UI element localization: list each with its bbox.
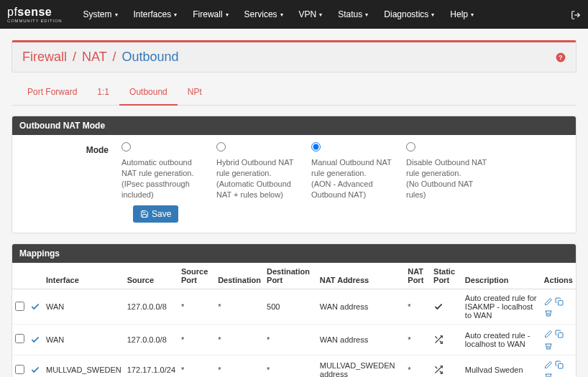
cell-nat-address: WAN address (317, 325, 405, 355)
nav-diagnostics[interactable]: Diagnostics▾ (376, 0, 442, 29)
col-header: Interface (43, 263, 124, 289)
cell-nat-address: MULLVAD_SWEDEN address (317, 355, 405, 377)
cell-source: 127.0.0.0/8 (124, 289, 178, 325)
page-header: Firewall / NAT / Outbound ? (12, 40, 576, 73)
caret-icon: ▾ (174, 11, 177, 18)
mode-options: Automatic outbound NAT rule generation. … (121, 142, 564, 200)
cell-static-port (431, 289, 462, 325)
caret-icon: ▾ (319, 11, 322, 18)
mappings-table: InterfaceSourceSource PortDestinationDes… (12, 263, 576, 377)
cell-dest-port: 500 (264, 289, 317, 325)
table-row: WAN127.0.0.0/8***WAN address*Auto create… (12, 325, 576, 355)
svg-rect-3 (558, 300, 563, 305)
help-icon[interactable]: ? (556, 52, 566, 62)
nav-firewall[interactable]: Firewall▾ (185, 0, 236, 29)
outbound-nat-mode-panel: Outbound NAT Mode Mode Automatic outboun… (12, 116, 576, 233)
mode-option-2: Manual Outbound NAT rule generation. (AO… (311, 142, 406, 200)
save-mode-button[interactable]: Save (133, 205, 178, 223)
row-select[interactable] (15, 302, 24, 311)
cell-dest-port: * (264, 325, 317, 355)
col-header: Source (124, 263, 178, 289)
col-header: NAT Address (317, 263, 405, 289)
nav-status[interactable]: Status▾ (330, 0, 376, 29)
breadcrumb: Firewall / NAT / Outbound (22, 50, 179, 65)
mode-radio-2[interactable] (311, 142, 321, 152)
edit-icon[interactable] (544, 360, 553, 369)
col-header (27, 263, 43, 289)
nav-vpn[interactable]: VPN▾ (291, 0, 331, 29)
nav-interfaces[interactable]: Interfaces▾ (126, 0, 185, 29)
edit-icon[interactable] (544, 297, 553, 306)
svg-rect-5 (558, 363, 563, 368)
cell-nat-port: * (405, 289, 431, 325)
rule-enabled-icon[interactable] (30, 302, 40, 310)
col-header: NAT Port (405, 263, 431, 289)
caret-icon: ▾ (115, 11, 118, 18)
cell-description: Auto created rule for ISAKMP - localhost… (462, 289, 541, 325)
breadcrumb-nat[interactable]: NAT (82, 50, 106, 64)
nav-services[interactable]: Services▾ (236, 0, 291, 29)
row-select[interactable] (15, 334, 24, 343)
rule-enabled-icon[interactable] (30, 365, 40, 373)
caret-icon: ▾ (471, 11, 474, 18)
cell-interface: WAN (43, 289, 124, 325)
cell-source: 172.17.1.0/24 (124, 355, 178, 377)
mode-option-3: Disable Outbound NAT rule generation. (N… (406, 142, 501, 200)
copy-icon[interactable] (555, 360, 564, 369)
col-header: Destination (215, 263, 264, 289)
copy-icon[interactable] (555, 297, 564, 306)
delete-icon[interactable] (544, 371, 553, 377)
row-select[interactable] (15, 365, 24, 374)
caret-icon: ▾ (280, 11, 283, 18)
navbar: pfsense COMMUNITY EDITION System▾Interfa… (0, 0, 588, 29)
col-header: Destination Port (264, 263, 317, 289)
mode-option-1: Hybrid Outbound NAT rule generation. (Au… (216, 142, 311, 200)
cell-destination: * (215, 325, 264, 355)
tab-npt[interactable]: NPt (178, 81, 212, 105)
mode-radio-3[interactable] (406, 142, 415, 152)
mode-option-label: Disable Outbound NAT rule generation. (N… (406, 158, 487, 199)
col-header: Static Port (431, 263, 462, 289)
cell-static-port (431, 355, 462, 377)
cell-destination: * (215, 355, 264, 377)
rule-enabled-icon[interactable] (30, 335, 40, 343)
row-actions (544, 360, 573, 377)
logo[interactable]: pfsense COMMUNITY EDITION (7, 6, 63, 23)
tab-portforward[interactable]: Port Forward (17, 81, 87, 105)
table-row: WAN127.0.0.0/8**500WAN address*Auto crea… (12, 289, 576, 325)
cell-source: 127.0.0.0/8 (124, 325, 178, 355)
random-icon (433, 335, 444, 343)
col-header (12, 263, 27, 289)
tab-outbound[interactable]: Outbound (119, 81, 178, 105)
mappings-panel: Mappings InterfaceSourceSource PortDesti… (12, 243, 576, 377)
nav-items: System▾Interfaces▾Firewall▾Services▾VPN▾… (75, 0, 571, 29)
panel-header: Mappings (12, 244, 576, 263)
delete-icon[interactable] (544, 308, 553, 317)
nav-help[interactable]: Help▾ (442, 0, 482, 29)
edit-icon[interactable] (544, 329, 553, 338)
caret-icon: ▾ (365, 11, 368, 18)
breadcrumb-firewall[interactable]: Firewall (22, 50, 67, 64)
mode-radio-0[interactable] (121, 142, 131, 152)
cell-dest-port: * (264, 355, 317, 377)
cell-source-port: * (178, 325, 215, 355)
delete-icon[interactable] (544, 340, 553, 350)
mode-option-label: Manual Outbound NAT rule generation. (AO… (311, 158, 392, 199)
mode-radio-1[interactable] (216, 142, 226, 152)
cell-description: Auto created rule - localhost to WAN (462, 325, 541, 355)
mode-option-0: Automatic outbound NAT rule generation. … (121, 142, 216, 200)
col-header: Source Port (178, 263, 215, 289)
mode-option-label: Automatic outbound NAT rule generation. … (121, 158, 193, 199)
cell-description: Mullvad Sweden (462, 355, 541, 377)
cell-source-port: * (178, 355, 215, 377)
svg-text:?: ? (559, 54, 562, 61)
copy-icon[interactable] (555, 329, 564, 338)
col-header: Actions (541, 263, 576, 289)
panel-header: Outbound NAT Mode (12, 116, 576, 135)
random-icon (433, 365, 444, 373)
svg-rect-4 (558, 333, 563, 338)
nav-system[interactable]: System▾ (75, 0, 126, 29)
logout-icon[interactable] (571, 9, 581, 20)
tab-11[interactable]: 1:1 (87, 81, 119, 105)
cell-destination: * (215, 289, 264, 325)
